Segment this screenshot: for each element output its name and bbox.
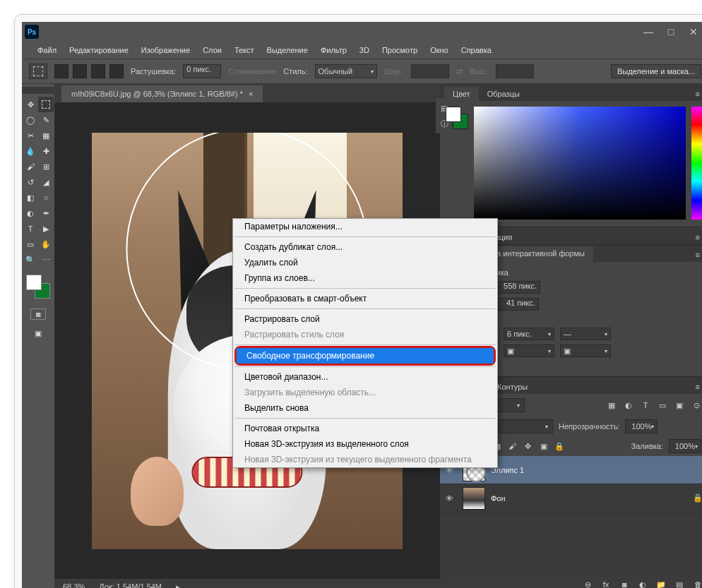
toolbox-grip[interactable] [22, 87, 54, 94]
filter-toggle-icon[interactable]: ⊙ [691, 400, 701, 410]
context-menu-item[interactable]: Новая 3D-экструзия из выделенного слоя [233, 436, 497, 452]
menu-file[interactable]: Файл [32, 44, 62, 56]
edit-toolbar[interactable]: ⋯ [38, 252, 54, 268]
sel-add[interactable] [73, 64, 87, 78]
shape-tool[interactable]: ▭ [23, 236, 38, 252]
menu-layer[interactable]: Слои [197, 44, 227, 56]
tool-preset[interactable] [29, 64, 47, 79]
link-layers-icon[interactable]: ⊖ [583, 580, 593, 588]
width-value[interactable]: 558 пикс. [495, 281, 540, 294]
menu-edit[interactable]: Редактирование [64, 44, 134, 56]
color-field[interactable] [474, 107, 686, 220]
pen-tool[interactable]: ✒ [38, 205, 54, 221]
opacity-value[interactable]: 100%▾ [625, 419, 658, 433]
path-select-tool[interactable]: ▶ [38, 221, 54, 236]
menu-text[interactable]: Текст [229, 44, 260, 56]
panel-menu-icon[interactable]: ≡ [691, 248, 702, 262]
align-select[interactable]: ▣▾ [504, 344, 554, 357]
minimize-button[interactable]: — [643, 27, 653, 37]
menu-help[interactable]: Справка [456, 44, 497, 56]
stroke-type[interactable]: —▾ [560, 328, 611, 340]
eyedropper-tool[interactable]: 💧 [23, 143, 38, 159]
screen-mode[interactable]: ▣ [30, 325, 46, 341]
adjustment-layer-icon[interactable]: ◐ [638, 580, 648, 588]
menu-select[interactable]: Выделение [261, 44, 314, 56]
panel-menu-icon[interactable]: ≡ [691, 380, 702, 394]
document-tab[interactable]: mIh09iC8x6U.jpg @ 68,3% (Эллипс 1, RGB/8… [61, 85, 263, 102]
visibility-icon[interactable]: 👁 [446, 494, 457, 503]
layer-mask-icon[interactable]: ◙ [619, 580, 629, 588]
zoom-level[interactable]: 68,3% [63, 582, 85, 588]
layer-name[interactable]: Фон [491, 494, 506, 503]
quick-select-tool[interactable]: ✎ [38, 112, 54, 128]
menu-window[interactable]: Окно [424, 44, 454, 56]
panel-menu-icon[interactable]: ≡ [691, 230, 702, 244]
feather-input[interactable]: 0 пикс. [183, 64, 221, 78]
gradient-tool[interactable]: ◧ [23, 190, 38, 205]
filter-shape-icon[interactable]: ▭ [658, 400, 667, 410]
layer-thumb[interactable] [463, 487, 485, 510]
dodge-tool[interactable]: ◐ [23, 205, 38, 221]
menu-image[interactable]: Изображение [136, 44, 196, 56]
lock-all-icon[interactable]: 🔒 [554, 441, 564, 451]
blur-tool[interactable]: ○ [38, 190, 54, 205]
style-select[interactable]: Обычный▾ [315, 64, 377, 78]
sel-new[interactable] [54, 64, 69, 78]
context-menu-item[interactable]: Создать дубликат слоя... [233, 239, 497, 255]
stamp-tool[interactable]: ⊞ [38, 159, 54, 174]
context-menu-item[interactable]: Группа из слоев... [233, 270, 497, 286]
context-menu-item[interactable]: Цветовой диапазон... [233, 369, 497, 385]
fill-value[interactable]: 100%▾ [669, 439, 701, 453]
group-icon[interactable]: 📁 [656, 580, 666, 588]
menu-filter[interactable]: Фильтр [315, 44, 352, 56]
delete-layer-icon[interactable]: 🗑 [693, 580, 702, 588]
stroke-width[interactable]: 6 пикс.▾ [504, 328, 554, 340]
lock-artboard-icon[interactable]: ▣ [539, 441, 549, 451]
lock-icon[interactable]: 🔒 [693, 493, 702, 503]
context-menu-item[interactable]: Выделить снова [233, 400, 497, 416]
close-button[interactable]: ✕ [689, 27, 698, 37]
filter-pixel-icon[interactable]: ▦ [607, 400, 617, 410]
hand-tool[interactable]: ✋ [38, 236, 54, 252]
filter-adjust-icon[interactable]: ◐ [624, 400, 633, 410]
new-layer-icon[interactable]: ▤ [674, 580, 684, 588]
context-menu-item[interactable]: Растрировать слой [233, 311, 497, 327]
panel-menu-icon[interactable]: ≡ [691, 87, 702, 101]
layer-fx-icon[interactable]: fx [601, 580, 611, 588]
context-menu-item[interactable]: Преобразовать в смарт-объект [233, 291, 497, 306]
context-menu-item[interactable]: Параметры наложения... [233, 219, 497, 234]
crop-tool[interactable]: ✂ [23, 128, 38, 143]
sel-intersect[interactable] [109, 64, 124, 78]
tab-close-icon[interactable]: × [249, 90, 253, 98]
eraser-tool[interactable]: ◢ [38, 174, 54, 190]
filter-smart-icon[interactable]: ▣ [674, 400, 684, 410]
foreground-swatch[interactable] [26, 275, 42, 290]
type-tool[interactable]: T [23, 221, 38, 236]
filter-type-icon[interactable]: T [641, 400, 650, 410]
select-mask-button[interactable]: Выделение и маска... [611, 64, 701, 78]
color-swatches[interactable] [26, 275, 50, 299]
context-menu-item[interactable]: Почтовая открытка [233, 421, 497, 436]
marquee-tool[interactable] [38, 97, 54, 112]
maximize-button[interactable]: □ [666, 27, 676, 37]
status-chevron-icon[interactable]: ▸ [176, 582, 180, 589]
sel-subtract[interactable] [91, 64, 105, 78]
corner-select[interactable]: ▣▾ [560, 344, 611, 357]
menu-3d[interactable]: 3D [354, 44, 375, 56]
tab-swatches[interactable]: Образцы [479, 87, 528, 101]
lock-pixels-icon[interactable]: 🖌 [508, 441, 518, 451]
history-brush-tool[interactable]: ↺ [23, 174, 38, 190]
heal-tool[interactable]: ✚ [38, 143, 54, 159]
zoom-tool[interactable]: 🔍 [23, 252, 38, 268]
brush-tool[interactable]: 🖌 [23, 159, 38, 174]
y-value[interactable]: 41 пикс. [494, 298, 539, 311]
move-tool[interactable]: ✥ [23, 97, 38, 112]
layer-background[interactable]: 👁 Фон 🔒 [440, 484, 702, 512]
menu-view[interactable]: Просмотр [376, 44, 423, 56]
lasso-tool[interactable]: ◯ [23, 112, 38, 128]
hue-slider[interactable] [691, 107, 702, 220]
quickmask-toggle[interactable]: ◙ [30, 308, 46, 320]
lock-position-icon[interactable]: ✥ [523, 441, 533, 451]
context-menu-item[interactable]: Удалить слой [233, 255, 497, 270]
panel-swatches[interactable] [446, 107, 468, 129]
